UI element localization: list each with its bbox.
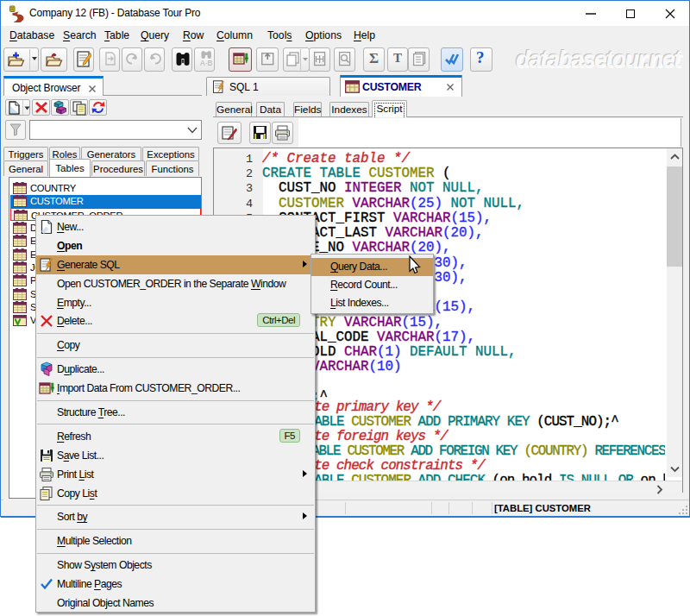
svg-text:A·B: A·B bbox=[200, 59, 213, 67]
